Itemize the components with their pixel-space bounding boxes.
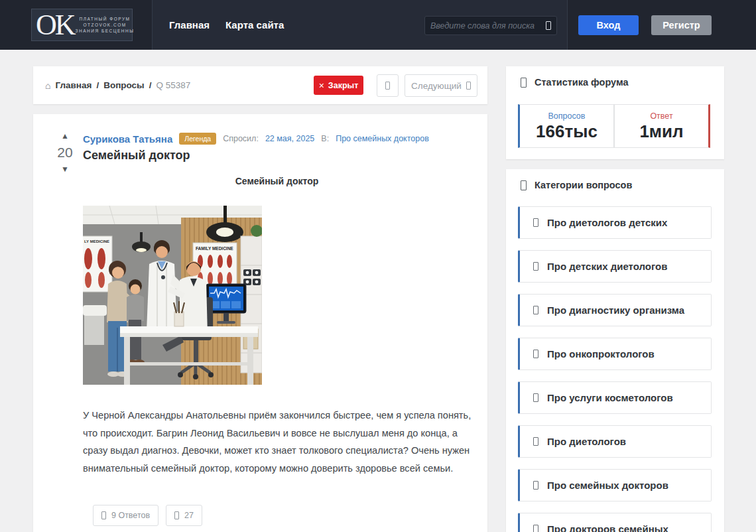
answers-count-label: 9 Ответов	[111, 511, 150, 520]
next-question-button[interactable]: Следующий	[405, 74, 477, 97]
questions-stat-box: Вопросов 166тыс	[518, 104, 614, 148]
home-icon[interactable]: ⌂	[45, 80, 50, 91]
logo-ok-text: OK	[36, 11, 74, 40]
answers-count-button[interactable]: 9 Ответов	[93, 505, 158, 526]
categories-title: Категории вопросов	[535, 180, 632, 190]
search-icon[interactable]	[546, 21, 551, 30]
nav-link-sitemap[interactable]: Карта сайта	[225, 19, 284, 31]
category-icon	[533, 437, 538, 446]
breadcrumb-separator: /	[149, 80, 152, 90]
views-count-label: 27	[184, 511, 194, 520]
category-icon	[533, 262, 538, 271]
close-icon: ×	[319, 81, 324, 90]
question-image: LY MEDICINE FAMILY MEDICINE	[83, 206, 262, 385]
questions-stat-value: 166тыс	[520, 121, 613, 142]
question-title: Семейный доктор	[83, 149, 190, 163]
category-icon	[533, 481, 538, 490]
family-medicine-illustration: LY MEDICINE FAMILY MEDICINE	[83, 206, 262, 385]
author-badge: Легенда	[179, 133, 216, 145]
category-item-uslugi-kosmetologov[interactable]: Про услуги косметологов	[518, 381, 712, 414]
breadcrumb-bar: ⌂ Главная / Вопросы / Q 55387 × Закрыт С…	[33, 66, 487, 104]
stats-icon	[521, 78, 527, 88]
vote-up-button[interactable]: ▲	[52, 131, 78, 141]
category-item-dietologov-detskih[interactable]: Про диетологов детских	[518, 206, 712, 239]
site-logo[interactable]: OK ПЛАТНЫЙ ФОРУМ OTZOVOK.COM ЗНАНИЯ БЕСЦ…	[31, 9, 133, 41]
forum-stats-panel: Статистика форума Вопросов 166тыс Ответ …	[506, 66, 724, 159]
category-icon	[533, 306, 538, 314]
register-button[interactable]: Регистр	[651, 15, 712, 35]
login-button[interactable]: Вход	[578, 15, 639, 35]
nav-link-home[interactable]: Главная	[169, 19, 210, 31]
author-link[interactable]: Сурикова Татьяна	[83, 133, 172, 145]
category-icon	[533, 218, 538, 227]
answers-stat-label: Ответ	[615, 111, 708, 121]
category-icon	[533, 525, 538, 532]
answers-icon	[101, 511, 106, 519]
questions-stat-label: Вопросов	[520, 111, 613, 121]
vote-widget: ▲ 20 ▼	[52, 131, 78, 174]
categories-panel: Категории вопросов Про диетологов детски…	[506, 169, 724, 532]
closed-label: Закрыт	[328, 81, 358, 90]
svg-text:LY MEDICINE: LY MEDICINE	[84, 239, 109, 243]
previous-question-button[interactable]	[377, 74, 399, 97]
categories-icon	[521, 180, 527, 190]
question-category-link[interactable]: Про семейных докторов	[336, 134, 429, 143]
breadcrumb-separator: /	[96, 80, 99, 90]
next-icon	[466, 82, 471, 90]
image-caption: Семейный доктор	[83, 176, 471, 186]
breadcrumb: ⌂ Главная / Вопросы / Q 55387	[45, 66, 190, 104]
breadcrumb-current: Q 55387	[156, 80, 190, 90]
categories-panel-header: Категории вопросов	[521, 180, 632, 190]
category-item-detskih-dietologov[interactable]: Про детских диетологов	[518, 250, 712, 283]
previous-icon	[385, 82, 390, 90]
header: OK ПЛАТНЫЙ ФОРУМ OTZOVOK.COM ЗНАНИЯ БЕСЦ…	[0, 0, 756, 50]
stats-title: Статистика форума	[535, 77, 629, 88]
breadcrumb-link-home[interactable]: Главная	[55, 80, 92, 90]
breadcrumb-link-questions[interactable]: Вопросы	[103, 80, 145, 90]
in-label: В:	[321, 134, 329, 143]
category-item-doktorov-semeynyh[interactable]: Про докторов семейных	[518, 513, 712, 532]
category-item-onkoproktologov[interactable]: Про онкопроктологов	[518, 338, 712, 370]
question-meta: Сурикова Татьяна Легенда Спросил: 22 мая…	[83, 133, 429, 145]
category-item-dietologov[interactable]: Про диетологов	[518, 425, 712, 458]
search-input[interactable]	[430, 21, 542, 31]
anatomy-poster-left: LY MEDICINE	[83, 236, 112, 292]
category-item-diagnostiku-organizma[interactable]: Про диагностику организма	[518, 294, 712, 326]
vote-count: 20	[52, 143, 78, 163]
answers-stat-box: Ответ 1мил	[614, 104, 710, 148]
category-icon	[533, 393, 538, 402]
question-actions: 9 Ответов 27	[93, 505, 202, 526]
asked-date-link[interactable]: 22 мая, 2025	[265, 134, 314, 143]
page: OK ПЛАТНЫЙ ФОРУМ OTZOVOK.COM ЗНАНИЯ БЕСЦ…	[0, 0, 756, 532]
search-box[interactable]	[424, 16, 557, 35]
category-icon	[533, 350, 538, 358]
closed-status-button[interactable]: × Закрыт	[314, 76, 363, 95]
category-item-semeynyh-doktorov[interactable]: Про семейных докторов	[518, 469, 712, 501]
views-icon	[174, 511, 179, 519]
question-card: ▲ 20 ▼ Сурикова Татьяна Легенда Спросил:…	[33, 114, 487, 532]
asked-label: Спросил:	[223, 134, 259, 143]
vote-down-button[interactable]: ▼	[52, 165, 78, 174]
svg-text:FAMILY MEDICINE: FAMILY MEDICINE	[196, 246, 233, 251]
main-nav: Главная Карта сайта	[169, 0, 284, 50]
views-count-button[interactable]: 27	[166, 505, 202, 526]
stats-panel-header: Статистика форума	[521, 77, 629, 88]
logo-tagline: ПЛАТНЫЙ ФОРУМ OTZOVOK.COM ЗНАНИЯ БЕСЦЕНН…	[76, 16, 135, 34]
next-label: Следующий	[411, 81, 462, 91]
answers-stat-value: 1мил	[615, 121, 708, 142]
question-body: У Черной Александры Анатольевны приём за…	[83, 407, 474, 477]
